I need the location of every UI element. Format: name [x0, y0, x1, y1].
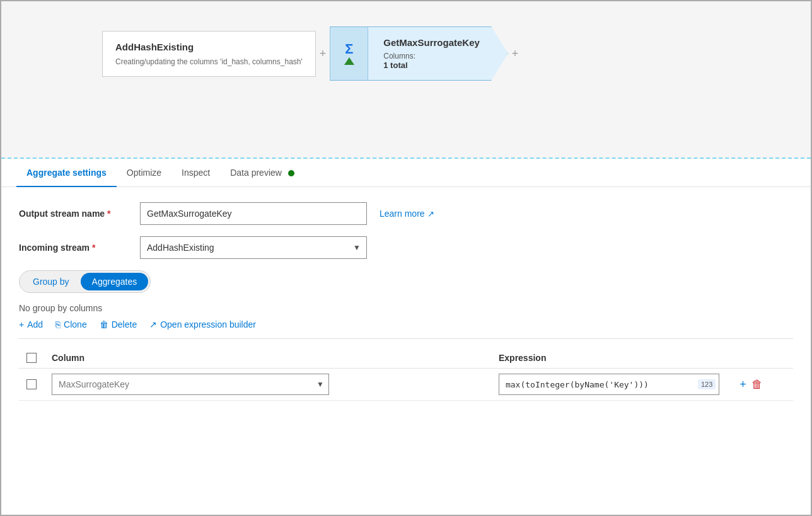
expr-input-wrapper: 123: [499, 374, 719, 395]
add-icon: +: [19, 319, 24, 330]
row-actions-cell: + 🗑: [727, 369, 793, 401]
row-checkbox-cell: [19, 369, 44, 401]
expression-badge: 123: [698, 379, 716, 389]
clone-button[interactable]: ⎘ Clone: [55, 319, 87, 330]
agg-node[interactable]: Σ GetMaxSurrogateKey Columns: 1 total: [330, 26, 508, 81]
node1-desc: Creating/updating the columns 'id_hash, …: [115, 57, 303, 66]
node2-columns-label: Columns:: [383, 52, 480, 60]
incoming-stream-select-wrapper: AddHashExisting ▼: [140, 236, 367, 259]
canvas-area: AddHashExisting Creating/updating the co…: [1, 1, 811, 159]
learn-more-link[interactable]: Learn more ↗: [380, 209, 434, 219]
delete-icon: 🗑: [100, 319, 108, 330]
tab-inspect[interactable]: Inspect: [171, 159, 220, 186]
tab-optimize[interactable]: Optimize: [117, 159, 171, 186]
aggregates-table: Column Expression MaxS: [19, 348, 793, 401]
tab-data-preview[interactable]: Data preview: [220, 159, 304, 186]
toggle-group: Group by Aggregates: [19, 270, 151, 293]
add-button[interactable]: + Add: [19, 319, 43, 330]
external-link-icon: ↗: [427, 209, 434, 219]
expression-builder-icon: ↗: [149, 319, 157, 330]
clone-icon: ⎘: [55, 319, 61, 330]
tabs-bar: Aggregate settings Optimize Inspect Data…: [1, 159, 811, 187]
node-add-hash[interactable]: AddHashExisting Creating/updating the co…: [102, 31, 316, 77]
group-by-toggle[interactable]: Group by: [21, 273, 81, 290]
agg-body: GetMaxSurrogateKey Columns: 1 total: [368, 26, 508, 81]
node2-title: GetMaxSurrogateKey: [383, 37, 480, 48]
node2-columns-value: 1 total: [383, 60, 480, 70]
aggregates-toggle[interactable]: Aggregates: [81, 273, 149, 290]
sigma-icon: Σ: [345, 42, 353, 56]
expression-input[interactable]: [499, 374, 719, 395]
bottom-panel: Aggregate settings Optimize Inspect Data…: [1, 159, 811, 416]
expression-builder-button[interactable]: ↗ Open expression builder: [149, 319, 256, 330]
header-checkbox[interactable]: [26, 353, 37, 363]
col-header-checkbox: [19, 348, 44, 369]
agg-icon-box: Σ: [330, 26, 368, 81]
row-delete-button[interactable]: 🗑: [751, 379, 763, 390]
incoming-stream-row: Incoming stream * AddHashExisting ▼: [19, 236, 793, 259]
settings-body: Output stream name * Learn more ↗ Incomi…: [1, 187, 811, 416]
col-header-expression: Expression: [491, 348, 727, 369]
agg-icon: Σ: [344, 42, 354, 65]
delete-button[interactable]: 🗑 Delete: [100, 319, 137, 330]
connector-plus-2: +: [508, 47, 523, 60]
row-column-cell: MaxSurrogateKey ▼: [44, 369, 491, 401]
table-row: MaxSurrogateKey ▼ 123 +: [19, 369, 793, 401]
column-select[interactable]: MaxSurrogateKey: [52, 374, 329, 395]
output-stream-required: *: [107, 209, 110, 219]
incoming-stream-label: Incoming stream *: [19, 243, 132, 253]
triangle-icon: [344, 57, 354, 65]
row-actions: + 🗑: [734, 379, 786, 390]
row-add-button[interactable]: +: [740, 379, 746, 390]
col-header-actions: [727, 348, 793, 369]
incoming-stream-required: *: [92, 243, 95, 253]
tab-aggregate-settings[interactable]: Aggregate settings: [16, 159, 117, 186]
row-expression-cell: 123: [491, 369, 727, 401]
row-checkbox[interactable]: [26, 379, 37, 389]
no-group-text: No group by columns: [19, 303, 793, 313]
col-input-wrapper: MaxSurrogateKey ▼: [52, 374, 329, 395]
output-stream-input[interactable]: [140, 202, 367, 225]
output-stream-row: Output stream name * Learn more ↗: [19, 202, 793, 225]
action-bar: + Add ⎘ Clone 🗑 Delete ↗ Open expression…: [19, 319, 793, 339]
connector-plus-1: +: [316, 47, 330, 60]
node1-title: AddHashExisting: [115, 42, 303, 52]
output-stream-label: Output stream name *: [19, 209, 132, 219]
data-preview-dot: [288, 170, 294, 176]
col-header-column: Column: [44, 348, 491, 369]
incoming-stream-select[interactable]: AddHashExisting: [140, 236, 367, 259]
